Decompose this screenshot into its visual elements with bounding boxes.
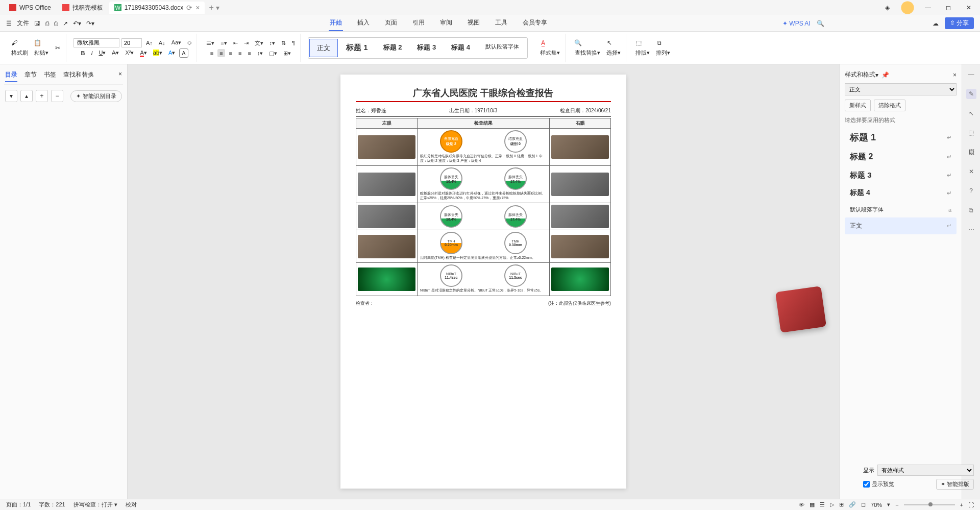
line-spacing-icon[interactable]: ↕▾ [267, 39, 278, 47]
collapse-icon[interactable]: — [966, 69, 976, 80]
outline-dropdown[interactable]: ▾ [5, 90, 17, 102]
smart-outline-button[interactable]: ✦ 智能识别目录 [70, 90, 122, 102]
italic-icon[interactable]: I [89, 49, 94, 57]
size-select[interactable] [121, 38, 142, 47]
style-list-h2[interactable]: 标题 2↵ [845, 148, 957, 166]
increase-font-icon[interactable]: A↑ [144, 39, 155, 47]
tab-reference[interactable]: 引用 [411, 15, 426, 31]
style-body[interactable]: 正文 [309, 39, 338, 57]
cut-icon[interactable]: ✂ [53, 43, 63, 53]
redo-icon[interactable]: ↷▾ [86, 20, 94, 27]
document-area[interactable]: 广东省人民医院 干眼综合检查报告 姓名：郑香连 出生日期：1971/10/3 检… [128, 64, 839, 499]
right-panel-close-icon[interactable]: × [953, 71, 957, 79]
decrease-indent-icon[interactable]: ⇤ [231, 39, 240, 47]
left-tab-outline[interactable]: 目录 [5, 70, 17, 82]
distribute-icon[interactable]: ≡ [246, 49, 253, 57]
layout-label[interactable]: 排版▾ [633, 48, 652, 58]
layers-icon[interactable]: ⧉ [966, 205, 976, 215]
proofread-status[interactable]: 校对 [126, 501, 137, 508]
image-tool-icon[interactable]: 🖼 [966, 147, 976, 157]
style-default-para[interactable]: 默认段落字体 [478, 39, 526, 57]
tab-document[interactable]: W 1718943305043.docx ⟳ × [109, 2, 205, 14]
sync-icon[interactable]: ⟳ [186, 4, 192, 12]
zoom-in-icon[interactable]: + [960, 502, 963, 508]
tab-close-icon[interactable]: × [195, 4, 200, 12]
bold-icon[interactable]: B [79, 49, 87, 57]
cube-icon[interactable]: ◈ [880, 1, 894, 15]
outline-remove[interactable]: − [51, 90, 63, 102]
highlight-icon[interactable]: ab▾ [151, 48, 164, 57]
tab-review[interactable]: 审阅 [439, 15, 453, 31]
tab-start[interactable]: 开始 [329, 15, 343, 31]
save-icon[interactable]: 🖫 [34, 20, 40, 27]
export-icon[interactable]: ↗ [63, 20, 68, 27]
view-page-icon[interactable]: ▦ [810, 501, 815, 508]
smart-layout-button[interactable]: ✦ 智能排版 [936, 479, 974, 490]
more-icon[interactable]: ⋯ [966, 225, 976, 235]
tab-app[interactable]: WPS Office [4, 2, 56, 14]
help-icon[interactable]: ? [966, 186, 976, 196]
current-style-select[interactable]: 正文 [845, 83, 957, 95]
show-select[interactable]: 有效样式 [877, 465, 974, 476]
maximize-button[interactable]: ◻ [941, 1, 955, 15]
word-count[interactable]: 字数：221 [39, 501, 65, 508]
new-style-button[interactable]: 新样式 [845, 100, 871, 111]
tab-page[interactable]: 页面 [384, 15, 398, 31]
shapes-tool-icon[interactable]: ⬚ [966, 128, 976, 138]
style-h2[interactable]: 标题 2 [376, 39, 409, 57]
align-justify-icon[interactable]: ≡ [236, 49, 243, 57]
fullscreen-icon[interactable]: ⛶ [968, 502, 974, 508]
paste-label[interactable]: 粘贴▾ [32, 48, 51, 58]
increase-indent-icon[interactable]: ⇥ [242, 39, 251, 47]
arrange-icon[interactable]: ⧉ [654, 38, 664, 48]
superscript-icon[interactable]: X²▾ [123, 48, 136, 57]
align-left-icon[interactable]: ≡ [208, 49, 215, 57]
view-window-icon[interactable]: ◻ [861, 501, 866, 508]
font-select[interactable] [74, 38, 119, 47]
file-menu[interactable]: 文件 [17, 19, 29, 28]
left-tab-chapter[interactable]: 章节 [24, 70, 37, 82]
style-list-h4[interactable]: 标题 4↵ [845, 184, 957, 202]
tab-member[interactable]: 会员专享 [522, 15, 548, 31]
style-set-icon[interactable]: A̲ [538, 38, 548, 48]
floating-game-widget[interactable] [775, 286, 826, 333]
view-read-icon[interactable]: ▷ [830, 501, 834, 508]
underline-icon[interactable]: U▾ [96, 48, 108, 57]
tab-template[interactable]: 找稻壳模板 [57, 2, 108, 14]
clear-format-button[interactable]: 清除格式 [874, 100, 905, 111]
style-list-body[interactable]: 正文↵ [845, 217, 957, 234]
left-tab-bookmark[interactable]: 书签 [44, 70, 56, 82]
style-h3[interactable]: 标题 3 [410, 39, 443, 57]
tab-view[interactable]: 视图 [467, 15, 481, 31]
tab-menu-dropdown[interactable]: ▾ [216, 4, 219, 12]
style-h1[interactable]: 标题 1 [339, 39, 375, 57]
cloud-icon[interactable]: ☁ [933, 20, 939, 27]
avatar-icon[interactable] [900, 1, 915, 15]
edit-tool-icon[interactable]: ✎ [966, 89, 976, 99]
pin-icon[interactable]: 📌 [881, 71, 889, 79]
layout-icon[interactable]: ⬚ [633, 38, 644, 48]
page-count[interactable]: 页面：1/1 [6, 501, 31, 508]
zoom-out-icon[interactable]: − [895, 502, 898, 508]
search-icon[interactable]: 🔍 [817, 20, 824, 27]
zoom-value[interactable]: 70% [871, 502, 882, 508]
shading-icon[interactable]: ▢▾ [267, 49, 279, 58]
format-painter-icon[interactable]: 🖌 [9, 38, 19, 48]
style-set-label[interactable]: 样式集▾ [538, 48, 562, 58]
sort-icon[interactable]: ⇅ [279, 39, 288, 47]
find-icon[interactable]: 🔍 [573, 38, 583, 48]
undo-icon[interactable]: ↶▾ [73, 20, 81, 27]
view-outline-icon[interactable]: ☰ [820, 501, 825, 508]
spell-check-status[interactable]: 拼写检查：打开 ▾ [74, 501, 117, 508]
paragraph-spacing-icon[interactable]: ↕▾ [255, 49, 265, 58]
left-tab-find[interactable]: 查找和替换 [63, 70, 94, 82]
print-preview-icon[interactable]: ⎙ [54, 20, 58, 27]
clear-format-icon[interactable]: ◇ [185, 38, 193, 47]
text-effect-icon[interactable]: A▾ [166, 48, 177, 57]
bullets-icon[interactable]: ☰▾ [204, 39, 216, 47]
close-button[interactable]: ✕ [962, 1, 976, 15]
view-eye-icon[interactable]: 👁 [799, 502, 804, 508]
font-box-icon[interactable]: A [179, 48, 188, 58]
text-direction-icon[interactable]: 文▾ [253, 38, 265, 48]
borders-icon[interactable]: ⊞▾ [281, 49, 293, 58]
